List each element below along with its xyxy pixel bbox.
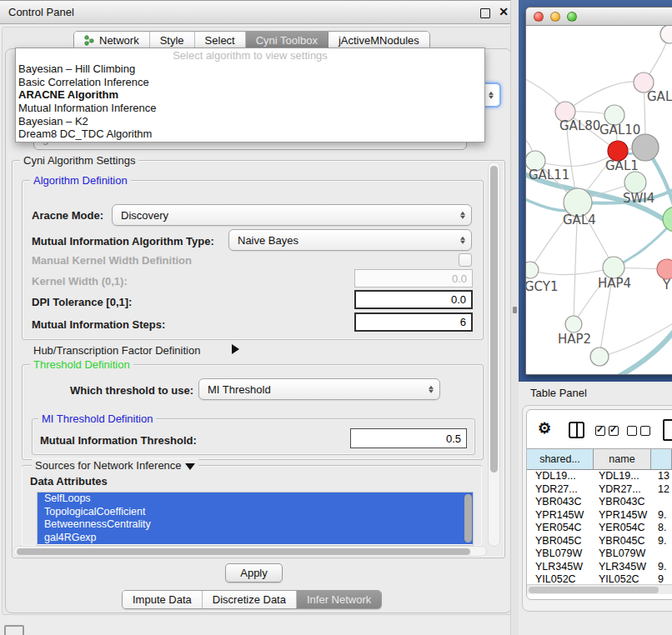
network-node-label: GAL11 <box>529 168 569 182</box>
zoom-traffic-icon[interactable] <box>567 12 577 22</box>
table-row[interactable]: YER054CYER054C8. <box>527 522 672 535</box>
minimize-traffic-icon[interactable] <box>550 12 560 22</box>
tab-cyni-toolbox[interactable]: Cyni Toolbox <box>246 32 328 49</box>
mi-steps-field[interactable]: 6 <box>354 312 473 332</box>
network-node-label: Y <box>662 278 671 292</box>
columns-icon[interactable] <box>569 422 584 438</box>
tab-jactivemnodules[interactable]: jActiveMNodules <box>328 32 429 49</box>
algorithm-dropdown-popup: Select algorithm to view settings Bayesi… <box>15 48 485 142</box>
table-hscrollbar-thumb[interactable] <box>529 587 659 593</box>
table-cell: YER054C <box>527 522 594 535</box>
network-window-titlebar[interactable] <box>526 8 672 26</box>
network-node-label: GAL4 <box>563 212 596 228</box>
network-node-gcy1[interactable] <box>526 262 539 278</box>
table-cell: 12 <box>651 483 672 497</box>
data-attribute-item[interactable]: BetweennessCentrality <box>38 518 473 532</box>
mi-threshold-field[interactable]: 0.5 <box>350 428 467 448</box>
deselect-all-icon[interactable] <box>627 426 650 436</box>
gear-icon[interactable]: ⚙ <box>538 421 551 436</box>
tab-discretize-data[interactable]: Discretize Data <box>203 591 297 608</box>
dpi-tolerance-field[interactable]: 0.0 <box>354 290 473 309</box>
network-node-hap2[interactable] <box>565 316 582 332</box>
which-threshold-combo[interactable]: MI Threshold <box>198 378 440 400</box>
tab-label: jActiveMNodules <box>339 34 419 47</box>
network-node[interactable] <box>632 134 659 161</box>
mi-steps-label: Mutual Information Steps: <box>32 318 165 331</box>
table-body[interactable]: YDL19...YDL19...13YDR27...YDR27...12YBR0… <box>527 470 672 586</box>
mi-threshold-definition-title: MI Threshold Definition <box>38 412 156 425</box>
column-header[interactable]: name <box>594 449 651 469</box>
dpi-tolerance-label: DPI Tolerance [0,1]: <box>32 296 132 308</box>
data-attributes-list[interactable]: SelfLoopsTopologicalCoefficientBetweenne… <box>37 492 474 546</box>
tab-label: Discretize Data <box>213 593 286 606</box>
network-node-y[interactable] <box>657 259 672 279</box>
settings-hscrollbar-thumb[interactable] <box>17 548 470 555</box>
threshold-definition-title: Threshold Definition <box>30 358 133 371</box>
mi-algorithm-type-combo[interactable]: Naive Bayes <box>228 229 472 251</box>
divider-gripper-icon[interactable] <box>513 307 517 313</box>
collapsed-arrow-icon[interactable] <box>232 344 239 354</box>
aracne-mode-combo[interactable]: Discovery <box>112 204 472 226</box>
attr-list-scrollbar-thumb[interactable] <box>464 494 472 542</box>
stepper-icon <box>429 384 434 395</box>
close-icon[interactable]: ✕ <box>499 5 509 18</box>
algorithm-option[interactable]: ARACNE Algorithm <box>16 88 484 102</box>
stepper-icon <box>460 235 465 246</box>
kernel-width-label: Kernel Width (0,1): <box>32 275 128 288</box>
algorithm-option[interactable]: Basic Correlation Inference <box>16 76 484 89</box>
document-icon[interactable] <box>663 419 672 441</box>
manual-kernel-checkbox[interactable] <box>459 253 472 267</box>
table-hscrollbar[interactable] <box>527 584 672 594</box>
algorithm-option[interactable]: Mutual Information Inference <box>16 102 484 115</box>
table-cell: YLR345W <box>527 561 594 574</box>
table-row[interactable]: YBR045CYBR045C9. <box>527 535 672 548</box>
hub-section-label[interactable]: Hub/Transcription Factor Definition <box>33 344 200 357</box>
table-cell: 9. <box>651 561 672 574</box>
tab-infer-network[interactable]: Infer Network <box>297 591 381 608</box>
cytopanel-dock-icon[interactable] <box>4 625 24 635</box>
table-cell <box>651 548 672 561</box>
network-node[interactable] <box>663 207 672 232</box>
settings-hscrollbar[interactable] <box>13 546 487 557</box>
table-row[interactable]: YBR043CYBR043C <box>527 496 672 509</box>
tab-select[interactable]: Select <box>195 32 246 49</box>
tab-label: Cyni Toolbox <box>256 34 318 47</box>
close-traffic-icon[interactable] <box>534 12 544 22</box>
expanded-arrow-icon <box>185 463 195 470</box>
table-header-row[interactable]: shared...name <box>527 448 672 470</box>
checked-checkbox-icon <box>609 426 619 436</box>
tab-network[interactable]: Network <box>74 32 150 49</box>
select-all-icon[interactable] <box>595 426 619 436</box>
network-node[interactable] <box>590 348 609 366</box>
settings-scrollbar-thumb[interactable] <box>490 166 498 472</box>
network-node-label: GAL80 <box>559 118 600 133</box>
table-cell: YBR043C <box>594 496 651 509</box>
table-cell: YBR045C <box>594 535 651 548</box>
table-row[interactable]: YDL19...YDL19...13 <box>527 470 672 483</box>
data-attribute-item[interactable]: SelfLoops <box>38 492 473 506</box>
column-header[interactable]: shared... <box>527 449 594 469</box>
float-window-icon[interactable] <box>480 8 490 18</box>
cyni-bottom-tabs: Impute DataDiscretize DataInfer Network <box>122 590 382 609</box>
tab-style[interactable]: Style <box>150 32 195 49</box>
algorithm-option[interactable]: Bayesian – Hill Climbing <box>16 62 484 76</box>
table-cell: YDL19... <box>594 470 651 483</box>
table-cell: YBR043C <box>527 496 594 509</box>
table-row[interactable]: YDR27...YDR27...12 <box>527 483 672 497</box>
sources-title[interactable]: Sources for Network Inference <box>32 459 198 472</box>
table-row[interactable]: YPR145WYPR145W9. <box>527 509 672 522</box>
column-header[interactable] <box>651 449 672 469</box>
settings-scrollbar[interactable] <box>488 162 500 547</box>
network-view-window[interactable]: GALGAL80GAL10GAL1GAL11SWI4GAL4GCY1HAP4YH… <box>525 7 672 375</box>
which-threshold-value: MI Threshold <box>208 383 271 396</box>
algorithm-option[interactable]: Dream8 DC_TDC Algorithm <box>16 128 484 141</box>
tab-impute-data[interactable]: Impute Data <box>123 591 203 608</box>
data-attribute-item[interactable]: TopologicalCoefficient <box>38 506 473 519</box>
algorithm-option[interactable]: Bayesian – K2 <box>16 115 484 128</box>
apply-button[interactable]: Apply <box>225 563 283 582</box>
network-graph[interactable]: GALGAL80GAL10GAL1GAL11SWI4GAL4GCY1HAP4YH… <box>526 26 672 374</box>
table-row[interactable]: YLR345WYLR345W9. <box>527 561 672 574</box>
network-node[interactable] <box>660 26 672 43</box>
table-row[interactable]: YBL079WYBL079W <box>527 548 672 561</box>
data-attribute-item[interactable]: gal4RGexp <box>38 532 473 545</box>
